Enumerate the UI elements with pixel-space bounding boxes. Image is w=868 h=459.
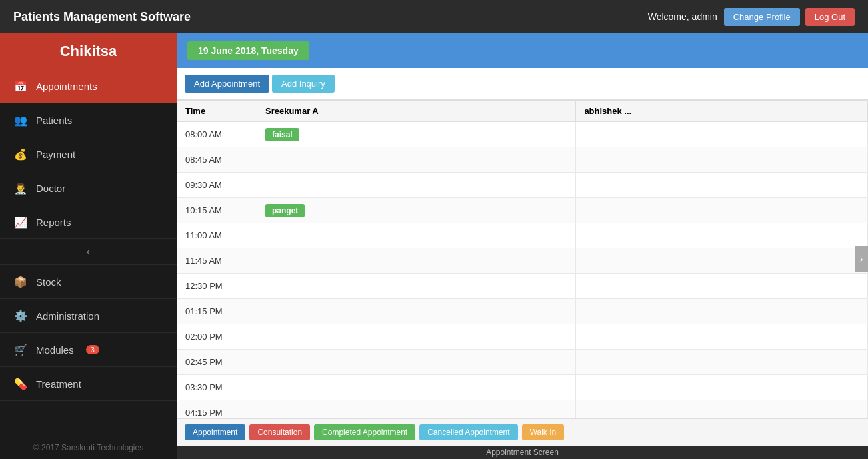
doctor-icon: 👨‍⚕️ — [13, 181, 28, 195]
change-profile-button[interactable]: Change Profile — [724, 8, 800, 26]
appointment-badge[interactable]: faisal — [265, 128, 299, 141]
table-row[interactable]: 02:00 PM — [177, 324, 868, 350]
table-row[interactable]: 10:15 AMpanget — [177, 198, 868, 223]
time-cell: 12:30 PM — [177, 274, 257, 299]
col-time: Time — [177, 101, 257, 122]
legend-completed-appointment[interactable]: Completed Appointment — [314, 424, 415, 440]
sidebar-brand: Chikitsa — [0, 33, 177, 69]
date-badge: 19 June 2018, Tuesday — [187, 41, 309, 60]
appointments-icon: 📅 — [13, 79, 28, 93]
time-cell: 10:15 AM — [177, 198, 257, 223]
app-title: Patients Management Software — [13, 10, 648, 24]
time-cell: 02:00 PM — [177, 324, 257, 350]
sidebar-label-stock: Stock — [36, 276, 61, 288]
abhishek-cell[interactable] — [576, 350, 868, 375]
sidebar-footer: © 2017 Sanskruti Technologies — [0, 436, 177, 459]
sreekumar-cell[interactable] — [257, 173, 576, 198]
scroll-right-button[interactable]: › — [855, 246, 868, 272]
table-row[interactable]: 01:15 PM — [177, 299, 868, 324]
payment-icon: 💰 — [13, 147, 28, 161]
table-row[interactable]: 11:45 AM — [177, 248, 868, 274]
sreekumar-cell[interactable] — [257, 324, 576, 350]
time-cell: 02:45 PM — [177, 350, 257, 375]
abhishek-cell[interactable] — [576, 147, 868, 173]
top-header: Patients Management Software Welcome, ad… — [0, 0, 868, 33]
abhishek-cell[interactable] — [576, 375, 868, 400]
chevron-left-icon: ‹ — [87, 246, 90, 258]
appointment-badge[interactable]: panget — [265, 204, 305, 217]
table-row[interactable]: 11:00 AM — [177, 223, 868, 248]
sidebar-label-appointments: Appointments — [36, 81, 97, 92]
sidebar-label-patients: Patients — [36, 115, 72, 126]
time-cell: 03:30 PM — [177, 375, 257, 400]
abhishek-cell[interactable] — [576, 274, 868, 299]
sidebar-label-payment: Payment — [36, 149, 75, 160]
sreekumar-cell[interactable] — [257, 299, 576, 324]
legend-bar: Appointment Consultation Completed Appoi… — [177, 418, 868, 446]
sidebar-item-payment[interactable]: 💰 Payment — [0, 137, 177, 171]
abhishek-cell[interactable] — [576, 299, 868, 324]
add-inquiry-button[interactable]: Add Inquiry — [272, 75, 335, 93]
welcome-text: Welcome, admin — [648, 11, 717, 22]
sidebar-item-modules[interactable]: 🛒 Modules 3 — [0, 333, 177, 367]
sreekumar-cell[interactable] — [257, 248, 576, 274]
sidebar-label-doctor: Doctor — [36, 183, 65, 194]
abhishek-cell[interactable] — [576, 324, 868, 350]
time-cell: 08:45 AM — [177, 147, 257, 173]
modules-badge: 3 — [86, 345, 99, 354]
col-sreekumar: Sreekumar A — [257, 101, 576, 122]
sreekumar-cell[interactable] — [257, 375, 576, 400]
sreekumar-cell[interactable]: faisal — [257, 122, 576, 147]
time-cell: 11:45 AM — [177, 248, 257, 274]
appointments-table: Time Sreekumar A abhishek ... 08:00 AMfa… — [177, 100, 868, 418]
sidebar-collapse-button[interactable]: ‹ — [0, 239, 177, 265]
logout-button[interactable]: Log Out — [805, 8, 855, 26]
abhishek-cell[interactable] — [576, 223, 868, 248]
table-row[interactable]: 03:30 PM — [177, 375, 868, 400]
modules-icon: 🛒 — [13, 342, 28, 357]
table-row[interactable]: 04:15 PM — [177, 400, 868, 419]
sreekumar-cell[interactable]: panget — [257, 198, 576, 223]
table-row[interactable]: 12:30 PM — [177, 274, 868, 299]
sreekumar-cell[interactable] — [257, 147, 576, 173]
sidebar: Chikitsa 📅 Appointments 👥 Patients 💰 Pay… — [0, 33, 177, 459]
abhishek-cell[interactable] — [576, 400, 868, 419]
sidebar-item-doctor[interactable]: 👨‍⚕️ Doctor — [0, 171, 177, 205]
abhishek-cell[interactable] — [576, 248, 868, 274]
administration-icon: ⚙️ — [13, 308, 28, 323]
sidebar-item-administration[interactable]: ⚙️ Administration — [0, 299, 177, 333]
time-cell: 11:00 AM — [177, 223, 257, 248]
legend-walkin[interactable]: Walk In — [522, 424, 565, 440]
table-row[interactable]: 08:45 AM — [177, 147, 868, 173]
main-content: 19 June 2018, Tuesday Add Appointment Ad… — [177, 33, 868, 459]
sidebar-item-reports[interactable]: 📈 Reports — [0, 205, 177, 239]
abhishek-cell[interactable] — [576, 173, 868, 198]
col-abhishek: abhishek ... — [576, 101, 868, 122]
sreekumar-cell[interactable] — [257, 223, 576, 248]
calendar-toolbar: Add Appointment Add Inquiry — [177, 68, 868, 100]
sreekumar-cell[interactable] — [257, 274, 576, 299]
sreekumar-cell[interactable] — [257, 400, 576, 419]
table-row[interactable]: 09:30 AM — [177, 173, 868, 198]
abhishek-cell[interactable] — [576, 122, 868, 147]
legend-cancelled-appointment[interactable]: Cancelled Appointment — [419, 424, 517, 440]
sreekumar-cell[interactable] — [257, 350, 576, 375]
sidebar-item-treatment[interactable]: 💊 Treatment — [0, 367, 177, 401]
sidebar-label-administration: Administration — [36, 310, 99, 322]
legend-appointment[interactable]: Appointment — [185, 424, 245, 440]
table-row[interactable]: 08:00 AMfaisal — [177, 122, 868, 147]
screen-label: Appointment Screen — [177, 446, 868, 459]
sidebar-item-stock[interactable]: 📦 Stock — [0, 265, 177, 299]
abhishek-cell[interactable] — [576, 198, 868, 223]
stock-icon: 📦 — [13, 274, 28, 289]
calendar-header: 19 June 2018, Tuesday — [177, 33, 868, 68]
add-appointment-button[interactable]: Add Appointment — [185, 75, 269, 93]
calendar-scroll-area[interactable]: Time Sreekumar A abhishek ... 08:00 AMfa… — [177, 100, 868, 418]
legend-consultation[interactable]: Consultation — [249, 424, 310, 440]
sidebar-label-modules: Modules — [36, 344, 74, 356]
calendar-body: Add Appointment Add Inquiry Time Sreekum… — [177, 68, 868, 446]
sidebar-item-appointments[interactable]: 📅 Appointments — [0, 69, 177, 103]
table-row[interactable]: 02:45 PM — [177, 350, 868, 375]
sidebar-item-patients[interactable]: 👥 Patients — [0, 103, 177, 137]
layout: Chikitsa 📅 Appointments 👥 Patients 💰 Pay… — [0, 33, 868, 459]
